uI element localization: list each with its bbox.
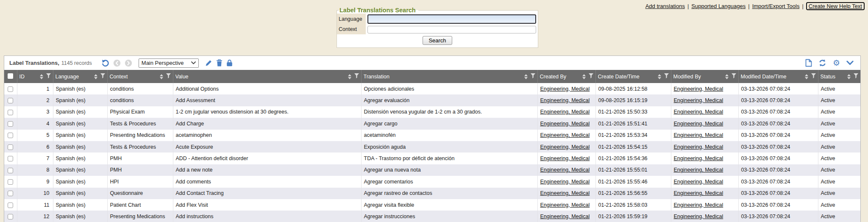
- table-row[interactable]: 5Spanish (es)Presenting Medicationsaceta…: [4, 130, 860, 141]
- sort-icon[interactable]: [847, 74, 851, 79]
- filter-icon[interactable]: [100, 73, 105, 80]
- modified_by-link[interactable]: Engineering, Medical: [674, 190, 723, 196]
- row-checkbox[interactable]: [8, 191, 13, 196]
- select-all-checkbox[interactable]: [8, 73, 13, 79]
- column-header-create_dt[interactable]: Create Date/Time: [595, 70, 671, 83]
- created_by-link[interactable]: Engineering, Medical: [540, 86, 590, 92]
- sort-icon[interactable]: [805, 74, 808, 79]
- sort-icon[interactable]: [582, 74, 586, 79]
- sort-icon[interactable]: [524, 74, 528, 79]
- filter-icon[interactable]: [531, 73, 535, 80]
- modified_by-link[interactable]: Engineering, Medical: [674, 155, 723, 161]
- add-translations-link[interactable]: Add translations: [645, 3, 685, 9]
- select-all-header[interactable]: [4, 70, 17, 83]
- sort-icon[interactable]: [658, 74, 661, 79]
- import-export-tools-link[interactable]: Import/Export Tools: [752, 3, 800, 9]
- undo-icon[interactable]: [101, 59, 109, 67]
- modified_by-link[interactable]: Engineering, Medical: [674, 109, 723, 115]
- created_by-link[interactable]: Engineering, Medical: [540, 121, 590, 127]
- modified_by-link[interactable]: Engineering, Medical: [674, 97, 723, 103]
- trash-icon[interactable]: [216, 59, 223, 67]
- created_by-link[interactable]: Engineering, Medical: [540, 109, 590, 115]
- gear-icon[interactable]: ⚙: [833, 59, 840, 67]
- modified_by-link[interactable]: Engineering, Medical: [674, 132, 723, 138]
- row-checkbox[interactable]: [8, 179, 13, 185]
- table-row[interactable]: 6Spanish (es)Tests & ProceduresAcute Exp…: [4, 141, 860, 153]
- modified_by-link[interactable]: Engineering, Medical: [674, 86, 723, 92]
- column-header-language[interactable]: Language: [53, 70, 107, 83]
- sort-icon[interactable]: [725, 74, 729, 79]
- row-checkbox[interactable]: [8, 203, 13, 208]
- refresh-icon[interactable]: [818, 59, 826, 67]
- context-input[interactable]: [367, 26, 536, 33]
- table-row[interactable]: 4Spanish (es)Tests & ProceduresAdd Charg…: [4, 118, 860, 129]
- create-new-help-text-link[interactable]: Create New Help Text: [809, 3, 862, 9]
- created_by-link[interactable]: Engineering, Medical: [540, 190, 590, 196]
- created_by-link[interactable]: Engineering, Medical: [540, 167, 590, 173]
- row-checkbox[interactable]: [8, 156, 13, 161]
- prev-icon[interactable]: [113, 59, 121, 67]
- sort-icon[interactable]: [160, 74, 163, 79]
- filter-icon[interactable]: [854, 73, 858, 80]
- row-checkbox[interactable]: [8, 86, 13, 92]
- filter-icon[interactable]: [46, 73, 51, 80]
- chevron-down-icon[interactable]: [846, 61, 854, 65]
- created_by-link[interactable]: Engineering, Medical: [540, 179, 590, 185]
- created_by-link[interactable]: Engineering, Medical: [540, 202, 590, 208]
- filter-icon[interactable]: [166, 73, 171, 80]
- row-checkbox[interactable]: [8, 214, 13, 219]
- filter-icon[interactable]: [664, 73, 669, 80]
- search-button[interactable]: Search: [423, 36, 452, 45]
- created_by-link[interactable]: Engineering, Medical: [540, 97, 590, 103]
- language-input[interactable]: [367, 14, 536, 24]
- created_by-link[interactable]: Engineering, Medical: [540, 132, 590, 138]
- column-header-created_by[interactable]: Created By: [537, 70, 595, 83]
- filter-icon[interactable]: [811, 73, 816, 80]
- row-checkbox[interactable]: [8, 168, 13, 173]
- modified_by-link[interactable]: Engineering, Medical: [674, 179, 723, 185]
- modified_by-link[interactable]: Engineering, Medical: [674, 202, 723, 208]
- column-header-status[interactable]: Status: [818, 70, 860, 83]
- table-row[interactable]: 7Spanish (es)PMHADD - Attention deficit …: [4, 153, 860, 164]
- row-checkbox[interactable]: [8, 144, 13, 150]
- modified_by-link[interactable]: Engineering, Medical: [674, 167, 723, 173]
- row-checkbox[interactable]: [8, 98, 13, 103]
- table-row[interactable]: 12Spanish (es)Presenting MedicationsAdd …: [4, 211, 860, 222]
- table-row[interactable]: 10Spanish (es)QuestionnaireAdd Contact T…: [4, 188, 860, 199]
- created_by-link[interactable]: Engineering, Medical: [540, 155, 590, 161]
- modified_by-link[interactable]: Engineering, Medical: [674, 214, 723, 219]
- perspective-select[interactable]: Main Perspective: [139, 58, 199, 68]
- cell-id: 8: [17, 164, 53, 176]
- column-header-id[interactable]: ID: [17, 70, 53, 83]
- column-header-modified_dt[interactable]: Modified Date/Time: [738, 70, 818, 83]
- sort-icon[interactable]: [40, 74, 43, 79]
- sort-icon[interactable]: [348, 74, 351, 79]
- table-row[interactable]: 1Spanish (es)conditionsAdditional Option…: [4, 83, 860, 94]
- created_by-link[interactable]: Engineering, Medical: [540, 144, 590, 150]
- filter-icon[interactable]: [354, 73, 359, 80]
- edit-pencil-icon[interactable]: [205, 59, 212, 67]
- row-checkbox[interactable]: [8, 110, 13, 115]
- column-header-modified_by[interactable]: Modified By: [671, 70, 738, 83]
- column-header-value[interactable]: Value: [173, 70, 361, 83]
- created_by-link[interactable]: Engineering, Medical: [540, 214, 590, 219]
- sort-icon[interactable]: [94, 74, 97, 79]
- table-row[interactable]: 3Spanish (es)Physical Exam1-2 cm jugular…: [4, 106, 860, 118]
- next-icon[interactable]: [125, 59, 132, 67]
- column-header-translation[interactable]: Translation: [361, 70, 537, 83]
- table-row[interactable]: 11Spanish (es)Patient ChartAdd Flex Visi…: [4, 199, 860, 211]
- new-document-icon[interactable]: [805, 59, 812, 67]
- table-row[interactable]: 2Spanish (es)conditionsAdd AssessmentAgr…: [4, 94, 860, 106]
- column-header-context[interactable]: Context: [107, 70, 173, 83]
- lock-icon[interactable]: [226, 59, 233, 67]
- filter-icon[interactable]: [732, 73, 736, 80]
- row-checkbox[interactable]: [8, 121, 13, 127]
- table-row[interactable]: 8Spanish (es)PMHAdd a new noteAgregar un…: [4, 164, 860, 176]
- filter-icon[interactable]: [589, 73, 593, 80]
- table-row[interactable]: 9Spanish (es)HPIAdd commentsAgregar come…: [4, 176, 860, 187]
- link-separator: |: [748, 3, 749, 9]
- modified_by-link[interactable]: Engineering, Medical: [674, 144, 723, 150]
- modified_by-link[interactable]: Engineering, Medical: [674, 121, 723, 127]
- supported-languages-link[interactable]: Supported Languages: [691, 3, 746, 9]
- row-checkbox[interactable]: [8, 133, 13, 138]
